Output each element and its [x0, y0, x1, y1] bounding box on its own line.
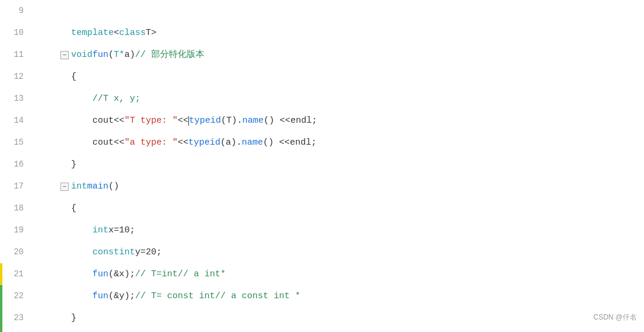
token: T*	[114, 44, 124, 66]
token: <	[114, 22, 119, 44]
token: () <<	[264, 110, 290, 132]
token: 20;	[146, 241, 162, 263]
token: ;	[311, 132, 316, 154]
token: #if 0	[71, 329, 98, 332]
token: <<	[178, 132, 188, 154]
token: <<	[114, 132, 124, 154]
token: ;	[312, 110, 317, 132]
line-numbers: 9101112131415161718192021222324	[2, 0, 33, 332]
code-line: const int y = 20;	[39, 241, 644, 263]
code-line: }	[39, 307, 644, 329]
token: ()	[108, 175, 119, 197]
token: <<	[178, 110, 188, 132]
token: a)	[124, 44, 135, 66]
token: x	[108, 219, 114, 241]
token: // a int*	[178, 263, 226, 285]
code-area: 9101112131415161718192021222324 template…	[0, 0, 644, 332]
token: const	[92, 241, 119, 263]
line-number: 15	[2, 132, 27, 154]
token: (	[108, 44, 114, 66]
token: fun	[92, 44, 108, 66]
token: =	[140, 241, 146, 263]
code-line: cout << "T type: " << typeid(T).name() <…	[39, 110, 644, 132]
token: {	[71, 66, 76, 88]
token: "T type: "	[124, 110, 178, 132]
code-line: cout << "a type: " << typeid(a).name() <…	[39, 132, 644, 154]
token: (a).	[220, 132, 242, 154]
token: // a const int *	[215, 285, 300, 307]
line-number: 18	[2, 197, 27, 219]
fold-icon[interactable]: −	[60, 51, 69, 59]
token: // T=int	[135, 263, 178, 285]
code-lines: template<class T>−void fun(T* a) // 部分特化…	[33, 0, 644, 332]
token: // 部分特化版本	[135, 44, 204, 66]
line-number: 17	[2, 175, 27, 197]
line-number: 22	[2, 285, 27, 307]
token: "a type: "	[124, 132, 178, 154]
line-number: 21	[2, 263, 27, 285]
token: cout	[92, 132, 114, 154]
code-line: template<class T>	[39, 22, 644, 44]
token: y	[135, 241, 140, 263]
lines-wrapper: 9101112131415161718192021222324 template…	[0, 0, 644, 332]
token: cout	[92, 110, 114, 132]
line-number: 9	[2, 0, 27, 22]
token: //T x, y;	[92, 88, 140, 110]
code-line: −#if 0	[39, 329, 644, 332]
line-number: 14	[2, 110, 27, 132]
token: <<	[114, 110, 124, 132]
token: main	[87, 175, 108, 197]
line-number: 19	[2, 219, 27, 241]
code-line: int x = 10;	[39, 219, 644, 241]
token: fun	[92, 263, 108, 285]
token: // T= const int	[135, 285, 215, 307]
token: int	[71, 175, 87, 197]
token: (&x);	[108, 263, 135, 285]
fold-icon[interactable]: −	[60, 183, 69, 191]
token: (&y);	[108, 285, 135, 307]
token: class	[119, 22, 146, 44]
code-line: }	[39, 154, 644, 175]
line-number: 12	[2, 66, 27, 88]
token: () <<	[263, 132, 290, 154]
code-line	[39, 0, 644, 22]
token: endl	[290, 132, 311, 154]
watermark: CSDN @仟名	[593, 307, 637, 328]
line-number: 11	[2, 44, 27, 66]
code-line: −int main()	[39, 175, 644, 197]
token: (T).	[221, 110, 242, 132]
line-number: 16	[2, 154, 27, 175]
line-number: 10	[2, 22, 27, 44]
code-line: −void fun(T* a) // 部分特化版本	[39, 44, 644, 66]
token: }	[71, 154, 76, 175]
code-line: fun(&x); // T=int // a int*	[39, 263, 644, 285]
line-number: 20	[2, 241, 27, 263]
token: T>	[146, 22, 156, 44]
line-number: 24	[2, 329, 27, 332]
token: int	[92, 219, 108, 241]
token: template	[71, 22, 114, 44]
code-line: {	[39, 197, 644, 219]
token: typeid	[188, 132, 220, 154]
code-line: fun(&y); // T= const int // a const int …	[39, 285, 644, 307]
line-number: 23	[2, 307, 27, 329]
token: 10;	[119, 219, 135, 241]
token: name	[242, 132, 263, 154]
token: void	[71, 44, 92, 66]
token: typeid	[189, 110, 221, 132]
token: =	[114, 219, 119, 241]
line-number: 13	[2, 88, 27, 110]
token: endl	[290, 110, 312, 132]
code-line: //T x, y;	[39, 88, 644, 110]
code-line: {	[39, 66, 644, 88]
token: fun	[92, 285, 108, 307]
token: name	[242, 110, 264, 132]
code-editor: 9101112131415161718192021222324 template…	[0, 0, 644, 332]
token: }	[71, 307, 76, 329]
token: {	[71, 197, 76, 219]
token: int	[119, 241, 135, 263]
